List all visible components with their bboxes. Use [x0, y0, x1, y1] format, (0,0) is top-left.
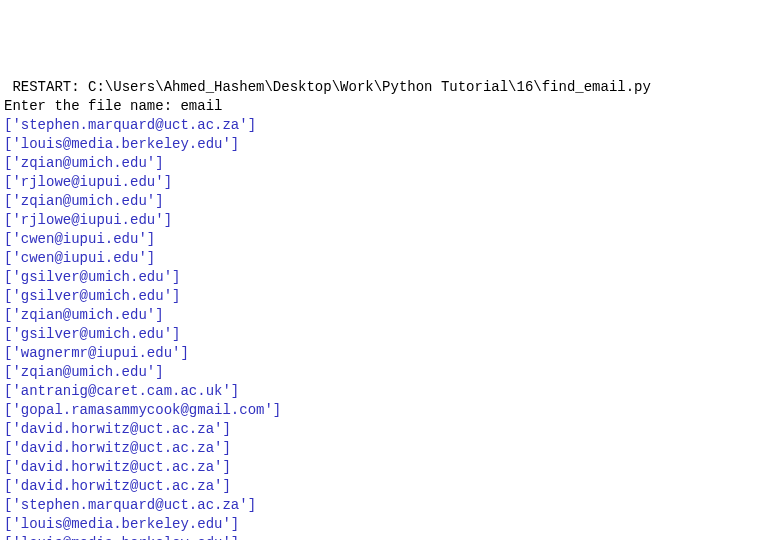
- output-line: ['zqian@umich.edu']: [4, 363, 764, 382]
- output-line: ['zqian@umich.edu']: [4, 192, 764, 211]
- output-line: ['gsilver@umich.edu']: [4, 287, 764, 306]
- output-line: ['cwen@iupui.edu']: [4, 249, 764, 268]
- output-line: ['stephen.marquard@uct.ac.za']: [4, 496, 764, 515]
- output-line: ['stephen.marquard@uct.ac.za']: [4, 116, 764, 135]
- output-line: ['david.horwitz@uct.ac.za']: [4, 458, 764, 477]
- restart-label: RESTART: [12, 79, 71, 95]
- idle-shell-output[interactable]: RESTART: C:\Users\Ahmed_Hashem\Desktop\W…: [4, 78, 764, 540]
- output-line: ['gsilver@umich.edu']: [4, 268, 764, 287]
- output-line: ['louis@media.berkeley.edu']: [4, 534, 764, 540]
- output-line: ['gopal.ramasammycook@gmail.com']: [4, 401, 764, 420]
- output-line: ['rjlowe@iupui.edu']: [4, 211, 764, 230]
- output-line: ['cwen@iupui.edu']: [4, 230, 764, 249]
- output-line: ['gsilver@umich.edu']: [4, 325, 764, 344]
- output-line: ['david.horwitz@uct.ac.za']: [4, 477, 764, 496]
- output-line: ['louis@media.berkeley.edu']: [4, 135, 764, 154]
- output-line: ['david.horwitz@uct.ac.za']: [4, 439, 764, 458]
- output-line: ['wagnermr@iupui.edu']: [4, 344, 764, 363]
- restart-line: RESTART: C:\Users\Ahmed_Hashem\Desktop\W…: [4, 79, 651, 95]
- output-line: ['david.horwitz@uct.ac.za']: [4, 420, 764, 439]
- output-line: ['louis@media.berkeley.edu']: [4, 515, 764, 534]
- user-input: email: [180, 98, 222, 114]
- prompt-text: Enter the file name:: [4, 98, 180, 114]
- prompt-line: Enter the file name: email: [4, 98, 222, 114]
- restart-path: C:\Users\Ahmed_Hashem\Desktop\Work\Pytho…: [88, 79, 651, 95]
- output-container: ['stephen.marquard@uct.ac.za']['louis@me…: [4, 116, 764, 540]
- output-line: ['zqian@umich.edu']: [4, 154, 764, 173]
- output-line: ['rjlowe@iupui.edu']: [4, 173, 764, 192]
- output-line: ['antranig@caret.cam.ac.uk']: [4, 382, 764, 401]
- output-line: ['zqian@umich.edu']: [4, 306, 764, 325]
